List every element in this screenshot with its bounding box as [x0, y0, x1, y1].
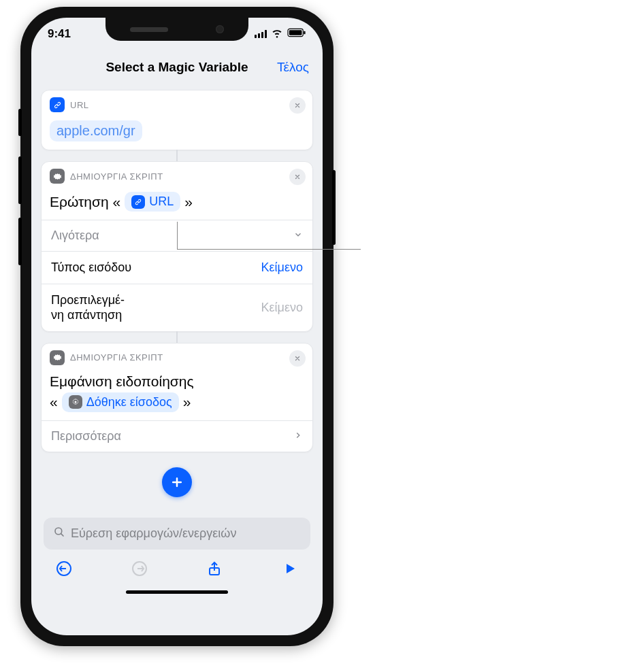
volume-button-up	[18, 156, 22, 204]
close-icon-alert[interactable]	[289, 350, 306, 367]
input-type-label: Τύπος εισόδου	[51, 260, 131, 275]
default-answer-row[interactable]: Προεπιλεγμέ- νη απάντηση Κείμενο	[42, 284, 312, 331]
show-less-label: Λιγότερα	[51, 229, 99, 243]
action-card-url[interactable]: URL apple.com/gr	[41, 90, 313, 150]
connector-line	[176, 150, 178, 162]
search-placeholder: Εύρεση εφαρμογών/ενεργειών	[71, 526, 236, 541]
magic-variable-provided-input[interactable]: Δόθηκε είσοδος	[62, 392, 179, 412]
wifi-icon	[271, 27, 283, 42]
gear-icon	[50, 350, 65, 365]
share-button[interactable]	[206, 560, 223, 579]
svg-rect-1	[289, 30, 302, 35]
battery-icon	[287, 27, 306, 41]
speaker-grill	[130, 27, 168, 32]
bottom-toolbar	[41, 550, 313, 584]
run-button[interactable]	[282, 560, 298, 579]
cellular-signal-icon	[255, 30, 267, 38]
magic-variable-url-label: URL	[149, 195, 174, 209]
alert-title-line: Εμφάνιση ειδοποίησης	[50, 373, 194, 390]
notch	[105, 18, 248, 41]
link-icon-small	[131, 195, 145, 209]
input-type-row[interactable]: Τύπος εισόδου Κείμενο	[42, 252, 312, 284]
action-card-show-alert[interactable]: ΔΗΜΙΟΥΡΓΙΑ ΣΚΡΙΠΤ Εμφάνιση ειδοποίησης «	[41, 343, 313, 452]
url-value-text: apple.com/gr	[56, 123, 135, 139]
chevron-right-icon	[293, 429, 303, 443]
callout-connector-horizontal	[177, 249, 361, 250]
default-answer-label: Προεπιλεγμέ- νη απάντηση	[51, 292, 125, 323]
search-input[interactable]: Εύρεση εφαρμογών/ενεργειών	[44, 518, 310, 550]
show-more-row[interactable]: Περισσότερα	[42, 420, 312, 452]
status-time: 9:41	[48, 27, 71, 41]
svg-point-3	[74, 401, 76, 403]
front-camera	[216, 25, 224, 33]
card-header-label-script2: ΔΗΜΙΟΥΡΓΙΑ ΣΚΡΙΠΤ	[70, 352, 163, 363]
default-answer-value: Κείμενο	[261, 301, 303, 315]
undo-button[interactable]	[56, 560, 72, 579]
screen: 9:41 Select a Mag	[31, 18, 323, 635]
gear-icon-small	[69, 395, 82, 409]
search-icon	[53, 526, 65, 541]
magic-variable-provided-input-label: Δόθηκε είσοδος	[86, 395, 172, 409]
gear-icon	[50, 169, 65, 184]
redo-button[interactable]	[131, 560, 148, 579]
close-icon-url[interactable]	[289, 97, 306, 114]
svg-rect-2	[304, 31, 305, 35]
chevron-down-icon	[293, 229, 303, 243]
ask-suffix: »	[184, 194, 193, 210]
page-title: Select a Magic Variable	[105, 60, 248, 75]
power-button	[332, 170, 336, 245]
input-type-value[interactable]: Κείμενο	[261, 261, 303, 275]
volume-button-silent	[18, 109, 22, 136]
close-icon-ask[interactable]	[289, 169, 306, 185]
add-action-button[interactable]	[162, 467, 192, 497]
navigation-bar: Select a Magic Variable Τέλος	[31, 50, 323, 84]
alert-suffix: »	[183, 394, 191, 410]
show-more-label: Περισσότερα	[51, 429, 121, 443]
phone-frame: 9:41 Select a Mag	[20, 7, 334, 646]
home-indicator[interactable]	[126, 590, 228, 594]
alert-prefix: «	[50, 394, 58, 410]
url-value-pill[interactable]: apple.com/gr	[50, 120, 142, 141]
card-header-label: URL	[70, 100, 89, 110]
card-header-label-script: ΔΗΜΙΟΥΡΓΙΑ ΣΚΡΙΠΤ	[70, 171, 163, 182]
done-button[interactable]: Τέλος	[277, 60, 309, 75]
ask-prefix: Ερώτηση «	[50, 194, 120, 210]
magic-variable-url[interactable]: URL	[125, 192, 180, 212]
link-icon	[50, 97, 65, 112]
volume-button-down	[18, 218, 22, 265]
connector-line	[176, 331, 178, 343]
ask-prompt-line[interactable]: Ερώτηση « URL »	[50, 192, 304, 212]
callout-connector-vertical	[177, 222, 178, 249]
